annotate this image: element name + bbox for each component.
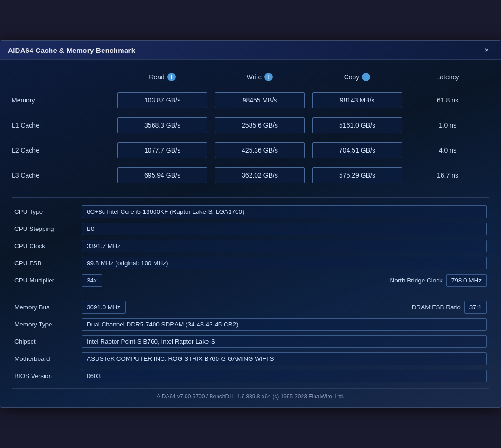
main-content: Read i Write i Copy i Latency Memory 103…: [0, 60, 501, 407]
dram-fsb-label: DRAM:FSB Ratio: [412, 304, 461, 311]
l2-latency-value: 4.0 ns: [439, 147, 456, 154]
l1-latency-cell: 1.0 ns: [406, 113, 489, 138]
cpu-multiplier-row: CPU Multiplier 34x North Bridge Clock 79…: [12, 272, 489, 289]
cpu-stepping-row: CPU Stepping B0: [12, 220, 489, 237]
memory-bus-split: 3691.0 MHz DRAM:FSB Ratio 37:1: [82, 301, 487, 314]
memory-type-value: Dual Channel DDR5-7400 SDRAM (34-43-43-4…: [82, 318, 487, 331]
cpu-multiplier-value: 34x: [82, 274, 102, 287]
l1-copy-value: 5161.0 GB/s: [312, 117, 402, 133]
write-info-icon[interactable]: i: [264, 73, 273, 81]
l3-label: L3 Cache: [12, 163, 114, 188]
memory-type-label: Memory Type: [12, 316, 79, 333]
window-controls: — ✕: [463, 45, 493, 55]
l3-latency-value: 16.7 ns: [437, 172, 458, 179]
memory-info-table: Memory Bus 3691.0 MHz DRAM:FSB Ratio 37:…: [12, 299, 489, 384]
cpu-multiplier-label: CPU Multiplier: [12, 272, 79, 289]
motherboard-label: Motherboard: [12, 350, 79, 367]
l3-copy-value: 575.29 GB/s: [312, 167, 402, 183]
l1-write-value: 2585.6 GB/s: [215, 117, 305, 133]
memory-copy-value: 98143 MB/s: [312, 92, 402, 108]
memory-bus-label: Memory Bus: [12, 299, 79, 316]
l1-read-cell: 3568.3 GB/s: [114, 113, 211, 138]
bios-label: BIOS Version: [12, 367, 79, 384]
l3-read-cell: 695.94 GB/s: [114, 163, 211, 188]
l3-read-value: 695.94 GB/s: [117, 167, 207, 183]
cpu-type-label: CPU Type: [12, 203, 79, 220]
main-window: AIDA64 Cache & Memory Benchmark — ✕ Read…: [0, 40, 501, 408]
memory-copy-cell: 98143 MB/s: [308, 88, 406, 113]
memory-write-cell: 98455 MB/s: [211, 88, 308, 113]
motherboard-value: ASUSTeK COMPUTER INC. ROG STRIX B760-G G…: [82, 352, 487, 365]
dram-fsb-value: 37:1: [464, 301, 487, 314]
memory-latency-value: 61.8 ns: [437, 96, 458, 104]
title-bar: AIDA64 Cache & Memory Benchmark — ✕: [0, 41, 501, 60]
motherboard-row: Motherboard ASUSTeK COMPUTER INC. ROG ST…: [12, 350, 489, 367]
header-empty: [12, 68, 114, 88]
l2-write-cell: 425.36 GB/s: [211, 138, 308, 163]
cpu-fsb-row: CPU FSB 99.8 MHz (original: 100 MHz): [12, 255, 489, 272]
l1-label: L1 Cache: [12, 113, 114, 138]
l3-write-cell: 362.02 GB/s: [211, 163, 308, 188]
l3-write-value: 362.02 GB/s: [215, 167, 305, 183]
header-read: Read i: [114, 68, 211, 88]
l3-copy-cell: 575.29 GB/s: [308, 163, 406, 188]
l2-write-value: 425.36 GB/s: [215, 142, 305, 158]
memory-label: Memory: [12, 88, 114, 113]
cpu-fsb-value: 99.8 MHz (original: 100 MHz): [82, 257, 487, 269]
l2-read-value: 1077.7 GB/s: [117, 142, 207, 158]
bios-row: BIOS Version 0603: [12, 367, 489, 384]
l1-read-value: 3568.3 GB/s: [117, 117, 207, 133]
minimize-button[interactable]: —: [463, 45, 476, 55]
north-bridge-value: 798.0 MHz: [446, 274, 487, 287]
memory-bus-value: 3691.0 MHz: [82, 301, 126, 314]
l1-copy-cell: 5161.0 GB/s: [308, 113, 406, 138]
cpu-clock-label: CPU Clock: [12, 237, 79, 255]
l2-copy-cell: 704.51 GB/s: [308, 138, 406, 163]
cpu-clock-row: CPU Clock 3391.7 MHz: [12, 237, 489, 255]
cpu-stepping-value: B0: [82, 223, 487, 235]
memory-write-value: 98455 MB/s: [215, 92, 305, 108]
read-info-icon[interactable]: i: [167, 73, 176, 81]
cpu-type-value: 6C+8c Intel Core i5-13600KF (Raptor Lake…: [82, 205, 487, 218]
info-table: CPU Type 6C+8c Intel Core i5-13600KF (Ra…: [12, 203, 489, 289]
section-divider: [12, 197, 489, 198]
l1-latency-value: 1.0 ns: [439, 122, 456, 129]
memory-read-value: 103.87 GB/s: [117, 92, 207, 108]
header-latency: Latency: [406, 68, 489, 88]
l2-copy-value: 704.51 GB/s: [312, 142, 402, 158]
header-copy: Copy i: [308, 68, 406, 88]
chipset-label: Chipset: [12, 333, 79, 350]
window-title: AIDA64 Cache & Memory Benchmark: [8, 46, 135, 54]
footer: AIDA64 v7.00.6700 / BenchDLL 4.6.889.8-x…: [12, 388, 489, 402]
l2-latency-cell: 4.0 ns: [406, 138, 489, 163]
l1-write-cell: 2585.6 GB/s: [211, 113, 308, 138]
north-bridge-label: North Bridge Clock: [390, 277, 442, 284]
bios-value: 0603: [82, 370, 487, 382]
memory-read-cell: 103.87 GB/s: [114, 88, 211, 113]
chipset-row: Chipset Intel Raptor Point-S B760, Intel…: [12, 333, 489, 350]
section-divider-2: [12, 293, 489, 293]
memory-latency-cell: 61.8 ns: [406, 88, 489, 113]
l2-read-cell: 1077.7 GB/s: [114, 138, 211, 163]
chipset-value: Intel Raptor Point-S B760, Intel Raptor …: [82, 335, 487, 348]
close-button[interactable]: ✕: [480, 45, 493, 55]
memory-type-row: Memory Type Dual Channel DDR5-7400 SDRAM…: [12, 316, 489, 333]
cpu-stepping-label: CPU Stepping: [12, 220, 79, 237]
cpu-type-row: CPU Type 6C+8c Intel Core i5-13600KF (Ra…: [12, 203, 489, 220]
header-write: Write i: [211, 68, 308, 88]
memory-bus-row: Memory Bus 3691.0 MHz DRAM:FSB Ratio 37:…: [12, 299, 489, 316]
cpu-fsb-label: CPU FSB: [12, 255, 79, 272]
benchmark-table: Read i Write i Copy i Latency Memory 103…: [12, 68, 489, 188]
l3-latency-cell: 16.7 ns: [406, 163, 489, 188]
l2-label: L2 Cache: [12, 138, 114, 163]
copy-info-icon[interactable]: i: [362, 73, 370, 81]
cpu-clock-value: 3391.7 MHz: [82, 240, 487, 252]
multiplier-split-row: 34x North Bridge Clock 798.0 MHz: [82, 274, 487, 287]
